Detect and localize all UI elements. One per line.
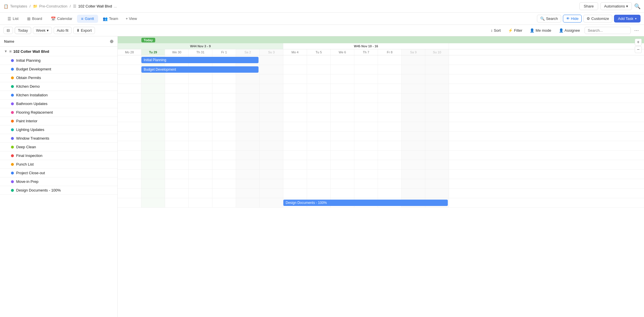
gantt-grid-cell (165, 141, 189, 150)
breadcrumb-list-icon: ☰ (73, 4, 76, 8)
gantt-grid-cell (212, 65, 236, 74)
hide-button[interactable]: 👁 Hide (563, 15, 582, 22)
tab-team[interactable]: 👥 Team (99, 15, 122, 23)
gantt-grid-cell (165, 160, 189, 169)
gantt-grid-cell (354, 55, 378, 65)
gantt-area[interactable]: Today W44 Nov 3 - 9W45 Nov 10 - 16 Mo 28… (118, 36, 644, 317)
week-button[interactable]: Week ▾ (33, 27, 52, 34)
task-row[interactable]: Obtain Permits (0, 74, 117, 82)
task-row[interactable]: Paint Interior (0, 117, 117, 125)
task-name: Obtain Permits (16, 76, 41, 80)
customize-label: Customize (591, 16, 609, 21)
automations-button[interactable]: Automations ▾ (600, 2, 632, 10)
sort-button[interactable]: ↕ Sort (488, 27, 503, 34)
gantt-grid-cell (283, 160, 307, 169)
nav-tabs: ☰ List ⊞ Board 📅 Calendar ≡ Gantt 👥 Team… (0, 13, 644, 25)
tab-board[interactable]: ⊞ Board (23, 15, 46, 23)
add-field-icon[interactable]: ⊕ (110, 39, 113, 44)
breadcrumb-pre-construction[interactable]: Pre-Construction (39, 4, 68, 8)
search-button[interactable]: 🔍 Search (537, 15, 561, 22)
add-view-button[interactable]: + View (123, 15, 140, 22)
gantt-grid-cell (402, 132, 425, 141)
gantt-grid-cell (189, 65, 212, 74)
project-row[interactable]: ▼ ≡ 102 Colter Wall Blvd (0, 47, 117, 56)
task-row[interactable]: Kitchen Installation (0, 91, 117, 100)
gantt-grid-cell (212, 151, 236, 160)
filter-button[interactable]: ⚡ Filter (505, 27, 525, 34)
gantt-grid-cell (141, 151, 165, 160)
task-row[interactable]: Window Treatments (0, 134, 117, 143)
gantt-grid-cell (212, 160, 236, 169)
task-row[interactable]: Punch List (0, 160, 117, 169)
collapse-all-button[interactable]: ⊟ (3, 27, 13, 34)
breadcrumb-templates[interactable]: Templates (10, 4, 27, 8)
task-row[interactable]: Deep Clean (0, 143, 117, 151)
gantt-grid-cell (283, 93, 307, 103)
tab-calendar[interactable]: 📅 Calendar (47, 15, 76, 23)
me-mode-button[interactable]: 👤 Me mode (527, 27, 554, 34)
task-row[interactable]: Project Close-out (0, 169, 117, 177)
toolbar-more-button[interactable]: ⋯ (632, 27, 641, 34)
gantt-grid-cell (165, 103, 189, 112)
today-button[interactable]: Today (15, 27, 31, 34)
sort-label: Sort (494, 28, 501, 33)
gantt-grid-cell (189, 84, 212, 93)
filter-label: Filter (514, 28, 522, 33)
task-row[interactable]: Move-in Prep (0, 177, 117, 186)
export-button[interactable]: ⬇ Export (73, 27, 95, 34)
task-row[interactable]: Initial Planning (0, 56, 117, 65)
task-row[interactable]: Kitchen Demo (0, 82, 117, 91)
tab-list[interactable]: ☰ List (3, 15, 23, 23)
auto-fit-button[interactable]: Auto fit (54, 27, 72, 34)
toolbar-right: ↕ Sort ⚡ Filter 👤 Me mode 👤 Assignee ⋯ (488, 27, 641, 34)
task-row[interactable]: Bathroom Updates (0, 100, 117, 108)
task-row[interactable]: Budget Development (0, 65, 117, 74)
gantt-grid-cell (425, 84, 449, 93)
gantt-grid-cell (141, 160, 165, 169)
gantt-grid-cell (402, 84, 425, 93)
gantt-grid-cell (283, 141, 307, 150)
breadcrumb-more[interactable]: ... (114, 4, 117, 8)
gantt-grid-cell (331, 93, 354, 103)
task-row[interactable]: Lighting Updates (0, 125, 117, 134)
add-task-button[interactable]: Add Task ▾ (614, 15, 641, 22)
gantt-grid-cell (141, 65, 165, 74)
gantt-grid-cell (283, 132, 307, 141)
task-row[interactable]: Design Documents - 100% (0, 186, 117, 195)
task-row[interactable]: Final Inspection (0, 151, 117, 160)
gantt-header: Today W44 Nov 3 - 9W45 Nov 10 - 16 Mo 28… (118, 36, 644, 55)
tab-gantt[interactable]: ≡ Gantt (77, 15, 98, 23)
task-row[interactable]: Flooring Replacement (0, 108, 117, 117)
gantt-grid-cell (189, 55, 212, 65)
task-dot (11, 85, 14, 88)
breadcrumb-project[interactable]: 102 Colter Wall Blvd (78, 4, 112, 8)
project-name: 102 Colter Wall Blvd (13, 49, 49, 54)
gantt-grid-cell (118, 189, 141, 198)
gantt-grid-cell (141, 198, 165, 207)
gantt-grid-cell (402, 103, 425, 112)
zoom-in-button[interactable]: + (635, 39, 642, 46)
customize-button[interactable]: ⚙ Customize (583, 15, 612, 22)
gantt-icon: ≡ (81, 16, 83, 21)
gantt-grid-row (118, 65, 644, 74)
gantt-grid-cell (260, 151, 283, 160)
gantt-grid-cell (283, 74, 307, 84)
search-top-button[interactable]: 🔍 (634, 3, 641, 10)
assignee-button[interactable]: 👤 Assignee (556, 27, 583, 34)
gantt-grid-cell (236, 141, 260, 150)
gantt-grid-cell (236, 112, 260, 122)
customize-icon: ⚙ (587, 16, 590, 21)
gantt-grid-cell (283, 151, 307, 160)
task-name: Deep Clean (16, 145, 36, 149)
share-button[interactable]: Share (579, 2, 598, 10)
task-name: Project Close-out (16, 171, 45, 175)
gantt-grid-cell (307, 103, 331, 112)
gantt-search-input[interactable] (585, 27, 631, 34)
tab-calendar-label: Calendar (57, 16, 72, 21)
gantt-grid-cell (331, 84, 354, 93)
gantt-grid-cell (189, 122, 212, 131)
gantt-grid-cell (307, 132, 331, 141)
gantt-grid-cell (189, 179, 212, 188)
gantt-grid-cell (331, 170, 354, 179)
zoom-out-button[interactable]: − (635, 46, 642, 53)
